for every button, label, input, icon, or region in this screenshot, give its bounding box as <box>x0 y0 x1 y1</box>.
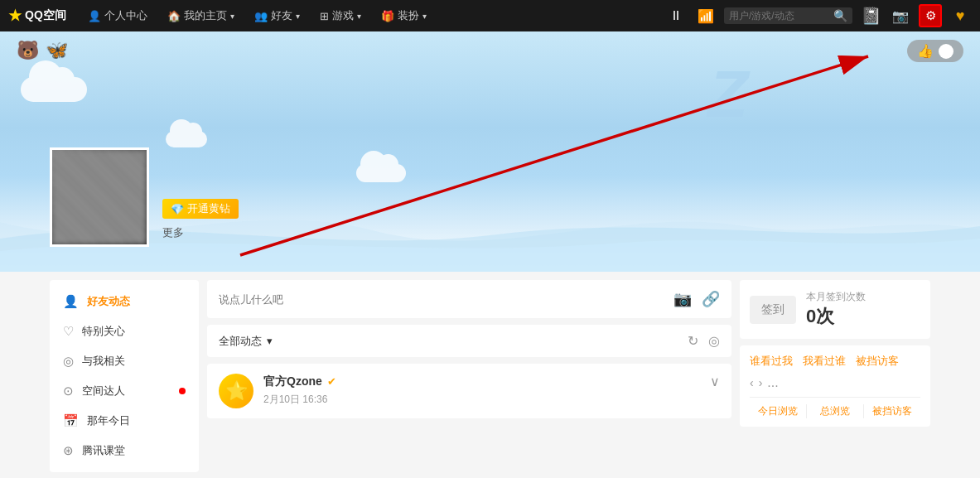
nav-item-dress[interactable]: 🎁 装扮 ▾ <box>373 0 435 31</box>
chevron-icon: ▾ <box>230 12 234 21</box>
nav-item-home[interactable]: 🏠 我的主页 ▾ <box>159 0 243 31</box>
hero-section: Z 🐻 🦋 👍 💎 开通黄钻 更多 <box>0 31 980 272</box>
games-icon: ⊞ <box>320 10 329 22</box>
special-care-icon: ♡ <box>63 324 74 339</box>
visitor-footer: 今日浏览 总浏览 被挡访客 <box>750 397 920 418</box>
post-avatar: ⭐ <box>219 374 253 408</box>
sidebar-item-friends-feed[interactable]: 👤 好友动态 <box>50 287 199 316</box>
post-time: 2月10日 16:36 <box>263 393 720 407</box>
nav-item-friends[interactable]: 👥 好友 ▾ <box>246 0 308 31</box>
checkin-month-label: 本月签到次数 <box>806 290 920 304</box>
sidebar-item-related[interactable]: ◎ 与我相关 <box>50 346 199 376</box>
chevron-icon: ▾ <box>357 12 361 21</box>
diamond-icon: 💎 <box>171 203 184 215</box>
checkin-button[interactable]: 签到 <box>750 296 796 324</box>
memories-icon: 📅 <box>63 413 79 428</box>
camera-post-icon[interactable]: 📷 <box>673 290 692 308</box>
visitor-prev-btn[interactable]: ‹ <box>750 376 754 389</box>
avatar-image <box>52 150 147 244</box>
visitor-tab-who-saw-me[interactable]: 谁看过我 <box>750 354 793 369</box>
post-input[interactable] <box>219 293 665 306</box>
book-icon[interactable]: 📓 <box>859 4 882 27</box>
visitor-tab-i-saw[interactable]: 我看过谁 <box>803 354 846 369</box>
more-link[interactable]: 更多 <box>162 225 239 240</box>
nav-items: 👤 个人中心 🏠 我的主页 ▾ 👥 好友 ▾ ⊞ 游戏 ▾ 🎁 装扮 ▾ <box>80 0 664 31</box>
sidebar-space-master-label: 空间达人 <box>82 384 125 398</box>
link-post-icon[interactable]: 🔗 <box>702 290 720 308</box>
visitor-today-link[interactable]: 今日浏览 <box>750 404 806 418</box>
feed-filter-bar: 全部动态 ▾ ↻ ◎ <box>207 325 731 357</box>
heart-icon[interactable]: ♥ <box>949 4 972 27</box>
verified-icon: ✔ <box>327 375 336 388</box>
camera-icon[interactable]: 📷 <box>889 4 912 27</box>
home-icon: 🏠 <box>167 10 181 22</box>
hero-badges: 🐻 🦋 <box>17 40 68 61</box>
cloud-decoration-1 <box>21 77 87 102</box>
visitor-next-btn[interactable]: › <box>759 376 763 389</box>
friends-feed-icon: 👤 <box>63 294 79 309</box>
vip-badge-button[interactable]: 💎 开通黄钻 <box>162 199 239 219</box>
chevron-icon: ▾ <box>296 12 300 21</box>
post-action-icons: 📷 🔗 <box>673 290 720 308</box>
avatar[interactable] <box>50 147 149 247</box>
nav-friends-label: 好友 <box>271 8 292 23</box>
visitor-tab-blocked[interactable]: 被挡访客 <box>856 354 899 369</box>
settings-button[interactable]: ⚙ <box>919 4 942 27</box>
sidebar-item-memories[interactable]: 📅 那年今日 <box>50 406 199 436</box>
settings-feed-icon[interactable]: ◎ <box>708 333 720 349</box>
pause-btn[interactable]: ⏸ <box>664 4 688 27</box>
filter-label: 全部动态 <box>219 334 262 349</box>
sidebar-item-tencent-class[interactable]: ⊛ 腾讯课堂 <box>50 436 199 466</box>
checkin-widget: 签到 本月签到次数 0次 <box>740 280 930 339</box>
post-composer: 📷 🔗 <box>207 280 731 318</box>
collapse-icon[interactable]: ∨ <box>710 374 720 389</box>
nav-item-games[interactable]: ⊞ 游戏 ▾ <box>311 0 369 31</box>
visitor-blocked-link[interactable]: 被挡访客 <box>863 404 920 418</box>
toggle-indicator <box>939 44 953 59</box>
top-nav: ★ QQ空间 👤 个人中心 🏠 我的主页 ▾ 👥 好友 ▾ ⊞ 游戏 ▾ 🎁 装… <box>0 0 980 31</box>
nav-logo[interactable]: ★ QQ空间 <box>8 7 66 25</box>
sidebar-related-label: 与我相关 <box>82 354 125 369</box>
nav-home-label: 我的主页 <box>184 8 227 23</box>
logo-text: QQ空间 <box>25 8 66 23</box>
profile-icon: 👤 <box>88 10 101 22</box>
refresh-icon[interactable]: ↻ <box>688 333 698 349</box>
post-header: 官方Qzone ✔ ∨ <box>263 374 720 389</box>
cloud-decoration-3 <box>356 164 406 182</box>
tencent-class-icon: ⊛ <box>63 443 74 458</box>
visitor-dots: ... <box>767 375 778 390</box>
like-toggle-button[interactable]: 👍 <box>907 40 963 62</box>
star-icon: ★ <box>8 7 22 25</box>
nav-dress-label: 装扮 <box>398 8 419 23</box>
search-input[interactable] <box>729 10 828 22</box>
signal-icon: 📶 <box>694 4 717 27</box>
filter-chevron-icon: ▾ <box>267 335 273 347</box>
dress-icon: 🎁 <box>381 10 394 22</box>
nav-profile-label: 个人中心 <box>104 8 147 23</box>
profile-section: 💎 开通黄钻 更多 <box>50 147 239 247</box>
badge-bear: 🐻 <box>17 40 39 61</box>
post-author-name[interactable]: 官方Qzone <box>263 374 322 389</box>
sidebar-item-special-care[interactable]: ♡ 特别关心 <box>50 316 199 346</box>
filter-actions: ↻ ◎ <box>688 333 720 349</box>
sidebar-item-space-master[interactable]: ⊙ 空间达人 <box>50 376 199 406</box>
sidebar-friends-feed-label: 好友动态 <box>87 294 130 309</box>
star-decoration: Z <box>707 56 748 133</box>
friends-icon: 👥 <box>254 10 268 22</box>
related-icon: ◎ <box>63 354 74 369</box>
badge-butterfly: 🦋 <box>46 40 68 61</box>
nav-item-profile[interactable]: 👤 个人中心 <box>80 0 156 31</box>
nav-games-label: 游戏 <box>332 8 354 23</box>
main-content: 👤 好友动态 ♡ 特别关心 ◎ 与我相关 ⊙ 空间达人 📅 那年今日 ⊛ 腾讯课… <box>0 272 980 478</box>
visitor-total-link[interactable]: 总浏览 <box>806 404 863 418</box>
checkin-info: 本月签到次数 0次 <box>806 290 920 329</box>
feed-post-item: ⭐ 官方Qzone ✔ ∨ 2月10日 16:36 <box>207 364 731 418</box>
notification-dot <box>179 388 186 394</box>
sidebar: 👤 好友动态 ♡ 特别关心 ◎ 与我相关 ⊙ 空间达人 📅 那年今日 ⊛ 腾讯课… <box>50 280 199 472</box>
filter-dropdown[interactable]: 全部动态 ▾ <box>219 334 273 349</box>
visitor-tabs: 谁看过我 我看过谁 被挡访客 <box>750 354 920 369</box>
search-icon[interactable]: 🔍 <box>833 9 847 22</box>
checkin-count: 0次 <box>806 304 920 329</box>
vip-label: 开通黄钻 <box>187 201 230 216</box>
search-box: 🔍 <box>724 7 852 24</box>
